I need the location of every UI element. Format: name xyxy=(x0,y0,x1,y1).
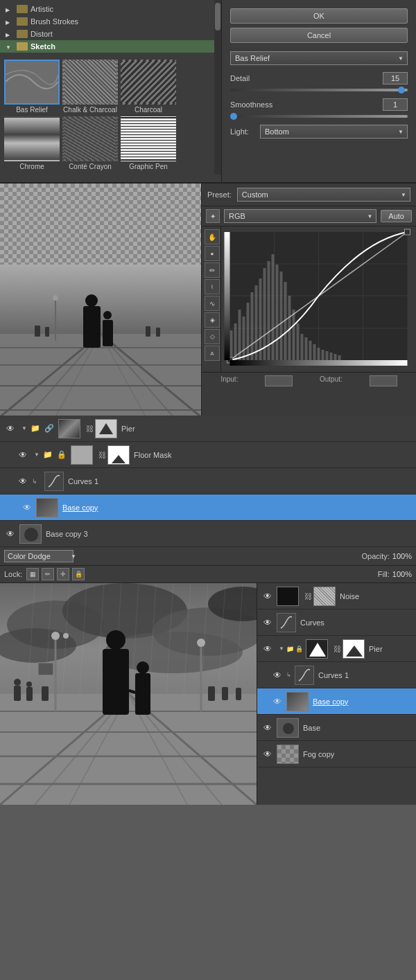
svg-rect-37 xyxy=(251,292,254,360)
thumb-charcoal[interactable]: Charcoal xyxy=(121,60,176,114)
thumb-conte[interactable]: Conté Crayon xyxy=(62,116,118,170)
detail-slider-row[interactable] xyxy=(230,89,408,91)
layer-curves1[interactable]: 👁 ↳ Curves 1 xyxy=(0,468,416,495)
auto-button[interactable]: Auto xyxy=(381,210,412,222)
eye-basecopy[interactable]: 👁 xyxy=(21,501,33,514)
tree-arrow-artistic xyxy=(6,5,14,13)
icons-floormask: 📁 🔒 xyxy=(42,450,68,459)
curves-tool-hand[interactable]: ✋ xyxy=(205,229,220,244)
svg-rect-127 xyxy=(296,667,313,684)
curves-b-icon xyxy=(277,613,296,632)
tree-item-artistic[interactable]: Artistic xyxy=(0,3,214,15)
tree-label-distort: Distort xyxy=(31,30,53,38)
svg-line-107 xyxy=(129,691,135,693)
folder-icon-sketch xyxy=(17,42,28,51)
curves-pointer-tool[interactable]: ✦ xyxy=(206,209,220,223)
expand-pier[interactable]: ▼ xyxy=(19,424,29,434)
blend-mode-select[interactable]: Color Dodge xyxy=(4,550,73,562)
curves-tool-smooth[interactable]: ⌇ xyxy=(205,279,220,294)
svg-rect-112 xyxy=(42,686,49,701)
folder-icon-pier-b: 📁 xyxy=(286,645,294,652)
eye-noise[interactable]: 👁 xyxy=(261,590,274,603)
thumb-img-graphicpen xyxy=(121,116,176,161)
curves-tool-point[interactable]: ● xyxy=(205,246,220,261)
filter-name-select[interactable]: Bas Relief xyxy=(230,51,408,65)
blend-mode-wrapper: Color Dodge xyxy=(4,550,80,562)
svg-rect-38 xyxy=(255,285,258,360)
eye-curves1-b[interactable]: 👁 xyxy=(271,669,284,681)
layer-basecopy3[interactable]: 👁 Base copy 3 xyxy=(0,521,416,547)
thumb-img-chalk xyxy=(62,60,118,105)
thumb-graphicpen[interactable]: Graphic Pen xyxy=(121,116,176,170)
layer-curves-b[interactable]: 👁 Curves xyxy=(257,609,416,636)
layer-name-basecopy-b: Base copy xyxy=(313,697,348,706)
svg-rect-115 xyxy=(236,688,241,700)
eye-pier-b[interactable]: 👁 xyxy=(261,643,274,655)
eye-basecopy3[interactable]: 👁 xyxy=(4,528,17,540)
eye-curves-b[interactable]: 👁 xyxy=(261,616,274,629)
tree-item-sketch[interactable]: Sketch xyxy=(0,40,214,53)
layer-curves1-b[interactable]: 👁 ↳ Curves 1 xyxy=(257,662,416,688)
thumb-chalkcharcoal[interactable]: Chalk & Charcoal xyxy=(62,60,118,114)
smoothness-slider-track[interactable] xyxy=(230,115,408,118)
light-select[interactable]: Bottom Top Top Right Right Bottom Right … xyxy=(260,125,408,139)
curves-tool-eyedropper2[interactable]: ◇ xyxy=(205,329,220,344)
smoothness-input[interactable] xyxy=(383,98,408,111)
eye-floormask[interactable]: 👁 xyxy=(17,449,29,461)
scrollbar-thumb xyxy=(215,3,220,30)
thumb-base-b xyxy=(277,718,299,738)
fill-row: Fill: 100% xyxy=(378,570,412,578)
detail-input[interactable] xyxy=(383,72,408,84)
curves-tool-text[interactable]: A xyxy=(205,346,220,361)
layer-pier[interactable]: 👁 ▼ 📁 🔗 ⛓ Pier xyxy=(0,416,416,442)
svg-rect-58 xyxy=(338,355,341,360)
layer-floormask[interactable]: 👁 ▼ 📁 🔒 ⛓ Floor Mask xyxy=(0,442,416,468)
curves-tool-wave[interactable]: ∿ xyxy=(205,296,220,311)
lock-pixels-btn[interactable]: ▦ xyxy=(26,568,39,580)
layer-basecopy[interactable]: 👁 Base copy xyxy=(0,495,416,521)
curves-graph[interactable] xyxy=(221,226,416,372)
fill-label: Fill: xyxy=(378,570,390,578)
channel-select[interactable]: RGB Red Green Blue xyxy=(224,209,376,223)
layer-fogcopy-b[interactable]: 👁 Fog copy xyxy=(257,741,416,767)
detail-slider-track[interactable] xyxy=(230,89,408,91)
eye-curves1[interactable]: 👁 xyxy=(17,475,29,488)
tree-item-brushstrokes[interactable]: Brush Strokes xyxy=(0,15,214,28)
chain-pier-b: ⛓ xyxy=(333,645,341,653)
filter-buttons: OK Cancel xyxy=(230,8,408,43)
layer-pier-b[interactable]: 👁 ▼ 📁 🔒 ⛓ Pier xyxy=(257,636,416,662)
smoothness-slider-thumb[interactable] xyxy=(230,113,237,120)
thumb-chrome[interactable]: Chrome xyxy=(4,116,60,170)
lock-move-btn[interactable]: ✛ xyxy=(57,568,69,580)
smoothness-param-row: Smoothness xyxy=(230,98,408,111)
eye-basecopy-b[interactable]: 👁 xyxy=(271,695,284,708)
svg-point-117 xyxy=(51,632,60,640)
smoothness-label: Smoothness xyxy=(230,100,379,109)
eye-pier[interactable]: 👁 xyxy=(4,422,17,435)
curves-tool-eyedropper1[interactable]: ◈ xyxy=(205,312,220,328)
lock-position-btn[interactable]: ✏ xyxy=(42,568,54,580)
output-value[interactable] xyxy=(370,375,397,386)
detail-slider-thumb[interactable] xyxy=(398,87,405,93)
eye-fogcopy-b[interactable]: 👁 xyxy=(261,748,274,760)
layer-base-b[interactable]: 👁 Base xyxy=(257,715,416,741)
preset-select-wrapper: Custom xyxy=(237,188,410,202)
layer-noise[interactable]: 👁 ⛓ Noise xyxy=(257,583,416,609)
preset-select[interactable]: Custom xyxy=(237,188,410,202)
filter-tree-scrollbar[interactable] xyxy=(214,0,221,175)
thumb-img-charcoal xyxy=(121,60,176,105)
curves-tool-pencil[interactable]: ✏ xyxy=(205,262,220,278)
tree-item-distort[interactable]: Distort xyxy=(0,28,214,40)
eye-base-b[interactable]: 👁 xyxy=(261,722,274,734)
mask-pier-b xyxy=(343,639,365,659)
smoothness-slider-row[interactable] xyxy=(230,115,408,118)
cancel-button[interactable]: Cancel xyxy=(230,28,408,43)
thumb-label-basrelief: Bas Relief xyxy=(4,106,60,114)
layer-basecopy-b[interactable]: 👁 Base copy xyxy=(257,688,416,715)
expand-floormask[interactable]: ▼ xyxy=(32,450,42,460)
input-value[interactable] xyxy=(265,375,293,386)
ok-button[interactable]: OK xyxy=(230,8,408,24)
expand-pier-b[interactable]: ▼ xyxy=(277,644,286,654)
thumb-basrelief[interactable]: Bas Relief xyxy=(4,60,60,114)
lock-all-btn[interactable]: 🔒 xyxy=(72,568,85,580)
